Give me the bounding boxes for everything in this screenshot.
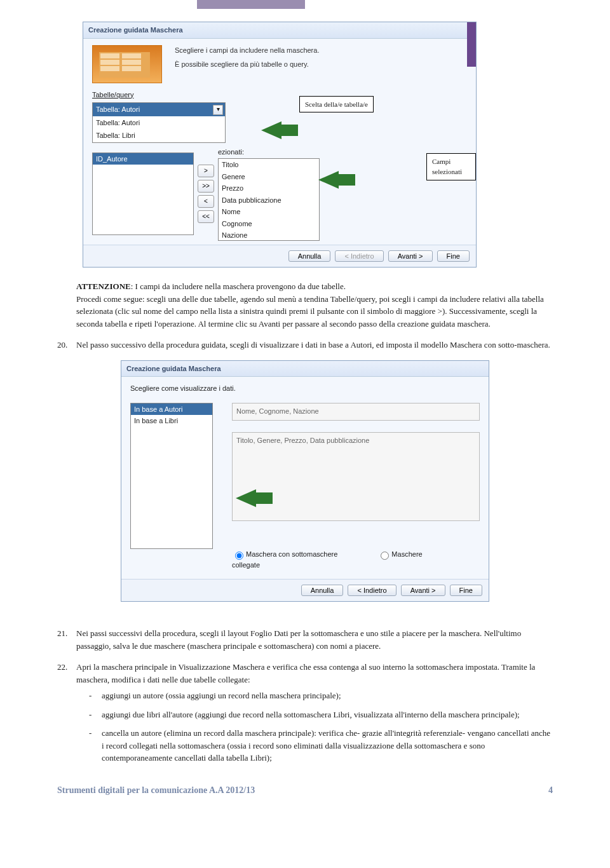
footer-page-number: 4 bbox=[548, 783, 553, 797]
footer-title: Strumenti digitali per la comunicazione … bbox=[57, 783, 255, 797]
dropdown-option[interactable]: Tabella: Libri bbox=[93, 129, 225, 142]
main-fields-preview: Nome, Cognome, Nazione bbox=[232, 403, 480, 421]
bullet-item: aggiungi un autore (ossia aggiungi un re… bbox=[94, 689, 553, 702]
list-item[interactable]: In base a Libri bbox=[131, 415, 212, 427]
cancel-button[interactable]: Annulla bbox=[301, 585, 344, 596]
step-20-number: 20. bbox=[57, 339, 67, 351]
step-22-number: 22. bbox=[57, 661, 67, 674]
tables-query-label: Tabelle/query bbox=[92, 90, 467, 100]
selected-fields-label: ezionati: bbox=[218, 147, 320, 158]
wiz1-desc-line2: È possibile scegliere da più tabelle o q… bbox=[175, 59, 467, 70]
list-item[interactable]: Nome bbox=[219, 206, 319, 218]
radio-subform[interactable]: Maschera con sottomaschere bbox=[232, 550, 337, 558]
list-item[interactable]: Data pubblicazione bbox=[219, 194, 319, 207]
selected-fields-list[interactable]: Titolo Genere Prezzo Data pubblicazione … bbox=[218, 158, 320, 241]
dropdown-button-icon[interactable]: ▾ bbox=[213, 105, 223, 115]
next-button[interactable]: Avanti > bbox=[388, 250, 433, 262]
step-21-text: Nei passi successivi della procedura, sc… bbox=[76, 628, 521, 651]
step-22-text: Apri la maschera principale in Visualizz… bbox=[76, 662, 535, 684]
next-button[interactable]: Avanti > bbox=[401, 585, 445, 596]
wizard-1: Creazione guidata Maschera Scegliere i c… bbox=[83, 22, 477, 268]
step-20: 20. Nel passo successivo della procedura… bbox=[57, 339, 553, 351]
step-21: 21. Nei passi successivi della procedura… bbox=[57, 627, 553, 652]
green-arrow-icon bbox=[318, 171, 339, 189]
step-21-number: 21. bbox=[57, 627, 67, 640]
list-item[interactable]: In base a Autori bbox=[131, 403, 212, 416]
wizard-illustration-icon bbox=[92, 45, 162, 83]
top-accent-bar bbox=[197, 0, 305, 9]
green-arrow-icon bbox=[236, 489, 256, 507]
paragraph-attention: ATTENZIONE: I campi da includere nella m… bbox=[57, 280, 553, 330]
dropdown-option[interactable]: Tabella: Autori bbox=[93, 116, 225, 130]
step-22: 22. Apri la maschera principale in Visua… bbox=[57, 661, 553, 764]
wizard-2: Creazione guidata Maschera Scegliere com… bbox=[121, 360, 489, 602]
wizard1-title: Creazione guidata Maschera bbox=[83, 22, 476, 39]
radio-subform-input[interactable] bbox=[235, 552, 243, 560]
add-field-button[interactable]: > bbox=[198, 165, 214, 177]
list-item[interactable]: Nazione bbox=[219, 229, 319, 241]
add-all-button[interactable]: >> bbox=[198, 180, 214, 193]
list-item[interactable]: Cognome bbox=[219, 218, 319, 230]
green-arrow-icon bbox=[261, 121, 281, 139]
callout-campi-selezionati: Campi selezionati bbox=[426, 153, 476, 180]
para-19-body: Procedi come segue: scegli una delle due… bbox=[76, 294, 544, 329]
attention-text: : I campi da includere nella maschera pr… bbox=[131, 281, 346, 291]
radio-subform-label: Maschera con sottomaschere bbox=[246, 550, 337, 558]
wizard1-description: Scegliere i campi da includere nella mas… bbox=[175, 45, 467, 74]
wizard2-title: Creazione guidata Maschera bbox=[121, 361, 489, 377]
finish-button[interactable]: Fine bbox=[437, 250, 470, 262]
back-button: < Indietro bbox=[335, 250, 383, 262]
wiz1-desc-line1: Scegliere i campi da includere nella mas… bbox=[175, 45, 467, 56]
dropdown-option[interactable]: Tabella: Autori bbox=[93, 103, 225, 116]
list-item[interactable]: Prezzo bbox=[219, 182, 319, 194]
available-fields-list[interactable]: ID_Autore bbox=[92, 153, 194, 235]
wizard2-instruction: Scegliere come visualizzare i dati. bbox=[121, 377, 489, 394]
callout-scelta-tabella: Scelta della/e tabella/e bbox=[299, 96, 374, 113]
cancel-button[interactable]: Annulla bbox=[288, 250, 331, 262]
list-item[interactable]: Titolo bbox=[219, 159, 319, 171]
step-20-text: Nel passo successivo della procedura gui… bbox=[76, 340, 550, 349]
bullet-item: cancella un autore (elimina un record da… bbox=[94, 727, 553, 764]
wizard2-footer: Annulla < Indietro Avanti > Fine bbox=[121, 579, 489, 601]
finish-button[interactable]: Fine bbox=[450, 585, 482, 596]
attention-lead: ATTENZIONE bbox=[76, 281, 131, 291]
wizard1-footer: Annulla < Indietro Avanti > Fine bbox=[83, 245, 476, 267]
view-by-list[interactable]: In base a Autori In base a Libri bbox=[130, 403, 213, 549]
remove-all-button[interactable]: << bbox=[198, 210, 214, 223]
tables-query-dropdown[interactable]: ▾ Tabella: Autori Tabella: Autori Tabell… bbox=[92, 102, 226, 143]
list-item[interactable]: ID_Autore bbox=[93, 153, 193, 165]
bullet-item: aggiungi due libri all'autore (aggiungi … bbox=[94, 709, 553, 721]
sub-fields-preview: Titolo, Genere, Prezzo, Data pubblicazio… bbox=[232, 432, 480, 521]
remove-field-button[interactable]: < bbox=[198, 195, 214, 208]
list-item[interactable]: Genere bbox=[219, 171, 319, 183]
radio-linked-input[interactable] bbox=[381, 552, 389, 560]
page-footer: Strumenti digitali per la comunicazione … bbox=[57, 783, 553, 797]
back-button[interactable]: < Indietro bbox=[348, 585, 396, 596]
